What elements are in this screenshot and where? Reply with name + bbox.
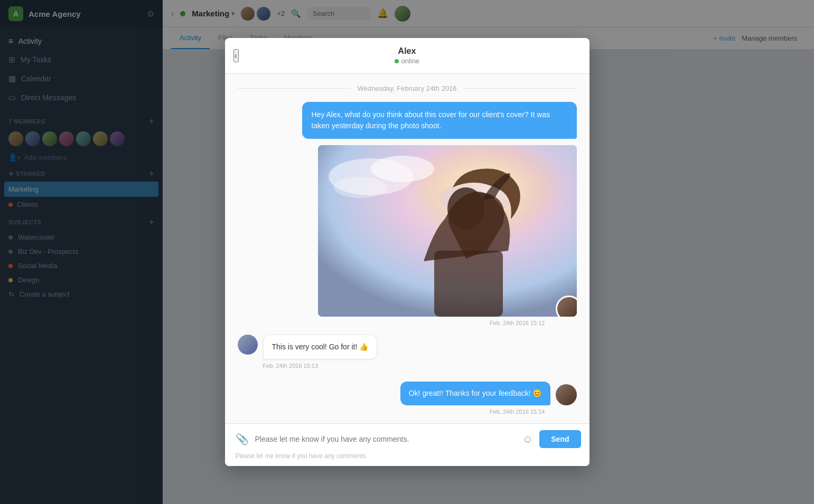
modal-footer: 📎 ☺ Send Please let me know if you have … xyxy=(225,423,590,466)
msg-image-wrapper xyxy=(238,145,577,317)
photo-inner xyxy=(318,145,577,317)
date-separator: Wednesday, February 24th 2016 xyxy=(225,74,590,98)
status-dot xyxy=(395,59,399,63)
msg-1-outgoing: Hey Alex, what do you think about this c… xyxy=(238,102,577,139)
modal-user-name: Alex xyxy=(395,46,420,56)
modal-title-group: Alex online xyxy=(395,46,420,65)
date-line-right xyxy=(463,88,577,89)
date-line-left xyxy=(238,88,351,89)
msg-3-timestamp: Feb, 24th 2016 15:14 xyxy=(238,407,577,419)
message-group-1: Hey Alex, what do you think about this c… xyxy=(225,98,590,145)
attachment-icon[interactable]: 📎 xyxy=(233,431,251,448)
svg-point-4 xyxy=(334,177,387,198)
photo-svg xyxy=(318,145,577,317)
footer-input-row: 📎 ☺ Send xyxy=(233,430,581,448)
msg-3-bubble: Ok! great!! Thanks for your feedback! 😊 xyxy=(400,382,550,405)
msg-2-bubble: This is very cool! Go for it! 👍 xyxy=(263,335,378,359)
emoji-icon[interactable]: ☺ xyxy=(520,431,535,448)
modal-back-button[interactable]: ‹ xyxy=(233,49,239,62)
footer-note: Please let me know if you have any comme… xyxy=(233,448,581,460)
message-input[interactable] xyxy=(255,435,516,443)
back-chevron-icon: ‹ xyxy=(235,50,238,61)
message-group-3: Ok! great!! Thanks for your feedback! 😊 … xyxy=(225,377,590,423)
svg-point-3 xyxy=(371,156,434,182)
msg-3-avatar xyxy=(556,384,577,405)
image-container: Feb, 24th 2016 15:12 xyxy=(225,145,590,330)
modal-overlay[interactable]: ‹ Alex online Wednesday, February 24th 2… xyxy=(0,0,814,504)
msg-3-outgoing: Ok! great!! Thanks for your feedback! 😊 xyxy=(238,382,577,405)
msg-photo xyxy=(318,145,577,317)
msg-2-avatar xyxy=(238,335,258,355)
modal-body: Wednesday, February 24th 2016 Hey Alex, … xyxy=(225,74,590,423)
chat-modal: ‹ Alex online Wednesday, February 24th 2… xyxy=(225,38,590,466)
date-text: Wednesday, February 24th 2016 xyxy=(357,84,456,92)
svg-rect-7 xyxy=(434,251,503,317)
modal-header: ‹ Alex online xyxy=(225,38,590,74)
msg-2-timestamp: Feb, 24th 2016 15:13 xyxy=(238,362,577,373)
send-button[interactable]: Send xyxy=(539,430,581,448)
message-group-2: This is very cool! Go for it! 👍 Feb, 24t… xyxy=(225,330,590,377)
modal-user-status: online xyxy=(395,57,420,65)
msg-1-bubble: Hey Alex, what do you think about this c… xyxy=(302,102,577,139)
msg-1-timestamp: Feb, 24th 2016 15:12 xyxy=(238,319,577,330)
msg-2-incoming: This is very cool! Go for it! 👍 xyxy=(238,335,577,359)
